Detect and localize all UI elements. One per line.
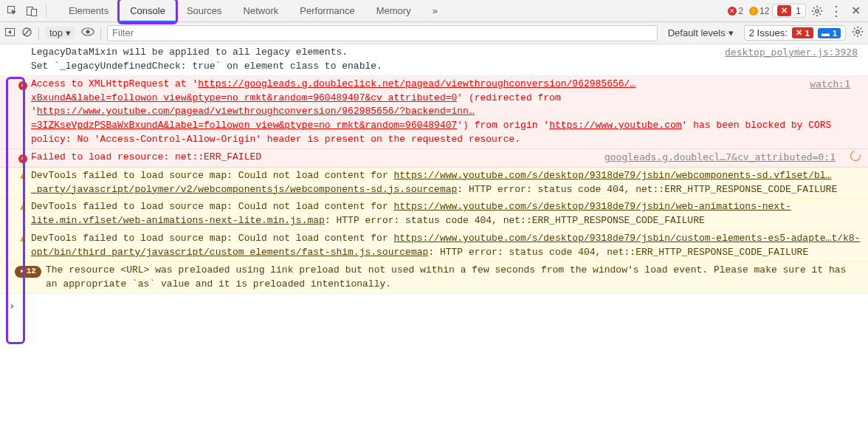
issues-label: 2 Issues: — [749, 27, 788, 38]
count-value: 2 — [738, 6, 743, 16]
context-value: top — [49, 27, 63, 38]
message-body: DevTools failed to load source map: Coul… — [31, 200, 868, 228]
svg-line-11 — [820, 7, 822, 9]
console-message-error: ✕ watch:1 Access to XMLHttpRequest at 'h… — [0, 76, 868, 149]
message-text: Access to XMLHttpRequest at ' — [31, 78, 198, 89]
filter-input[interactable] — [107, 25, 658, 41]
svg-line-24 — [854, 35, 855, 36]
message-body: LegacyDataMixin will be applied to all l… — [31, 46, 725, 74]
live-expression-icon[interactable] — [81, 27, 94, 38]
message-icon — [15, 46, 31, 74]
tab-label: Network — [244, 5, 279, 16]
console-prompt[interactable]: › — [0, 294, 868, 318]
hidden-errors-box[interactable]: ✕ 1 — [772, 4, 806, 18]
message-body: DevTools failed to load source map: Coul… — [31, 232, 868, 260]
warning-icon: ▲ — [15, 200, 31, 228]
source-link[interactable]: desktop_polymer.js:3928 — [725, 46, 868, 74]
svg-point-3 — [816, 9, 819, 12]
more-options-icon[interactable]: ⋮ — [828, 3, 844, 19]
console-settings-icon[interactable] — [852, 26, 864, 40]
svg-line-23 — [861, 35, 862, 36]
context-selector[interactable]: top ▾ — [45, 27, 75, 39]
tab-label: Performance — [300, 5, 354, 16]
issue-error-pill: ✕ 1 — [792, 27, 813, 38]
source-link[interactable]: googleads.g.doublecl…7&cv_attributed=0:1 — [604, 151, 846, 165]
message-text: ') from origin ' — [457, 120, 549, 131]
error-icon: ✕ — [15, 151, 31, 165]
clear-console-icon[interactable] — [21, 27, 32, 40]
count-value: 1 — [833, 29, 837, 38]
message-text: : HTTP error: status code 404, net::ERR_… — [325, 215, 705, 226]
message-text: DevTools failed to load source map: Coul… — [31, 201, 393, 212]
svg-line-25 — [861, 28, 862, 30]
warning-icon: ▲ — [15, 232, 31, 260]
message-text: Set `_legacyUndefinedCheck: true` on ele… — [31, 61, 382, 72]
error-icon: ✕ — [15, 78, 31, 147]
console-message-warning: ▲ DevTools failed to load source map: Co… — [0, 230, 868, 262]
url-link[interactable]: https://www.youtube.com — [549, 120, 681, 131]
count-value: 12 — [760, 6, 769, 16]
message-body: watch:1 Access to XMLHttpRequest at 'htt… — [31, 78, 868, 147]
message-body: Failed to load resource: net::ERR_FAILED — [31, 151, 604, 165]
tab-label: Memory — [376, 5, 411, 16]
message-body: The resource <URL> was preloaded using l… — [31, 264, 868, 292]
issues-button[interactable]: 2 Issues: ✕ 1 ▬ 1 — [744, 25, 846, 41]
close-icon[interactable]: ✕ — [847, 3, 864, 19]
message-text: : HTTP error: status code 404, net::ERR_… — [428, 247, 808, 258]
count-value: 1 — [805, 29, 810, 38]
url-link[interactable]: https://www.youtube.com/pagead/viewthrou… — [31, 106, 475, 131]
error-count: ✕2 — [728, 6, 743, 16]
devtools-tabbar: Elements Console Sources Network Perform… — [0, 0, 868, 22]
source-link[interactable]: watch:1 — [810, 78, 861, 89]
console-output: LegacyDataMixin will be applied to all l… — [0, 44, 868, 318]
divider — [38, 27, 39, 40]
message-text: Failed to load resource: net::ERR_FAILED — [31, 151, 261, 162]
message-text: : HTTP error: status code 404, net::ERR_… — [457, 184, 837, 195]
console-message-warning: ▲ DevTools failed to load source map: Co… — [0, 168, 868, 199]
more-icon: » — [433, 5, 438, 16]
gear-icon[interactable] — [809, 3, 825, 19]
tab-list: Elements Console Sources Network Perform… — [58, 0, 448, 22]
inspect-icon[interactable] — [4, 3, 21, 19]
message-text: DevTools failed to load source map: Coul… — [31, 233, 393, 244]
tab-label: Console — [130, 5, 165, 16]
tab-network[interactable]: Network — [233, 0, 289, 22]
error-pill-icon: ✕ — [777, 5, 791, 16]
chevron-down-icon: ▾ — [66, 27, 71, 38]
tab-label: Sources — [187, 5, 222, 16]
issue-counts[interactable]: ✕2 !12 — [728, 6, 769, 16]
tab-performance[interactable]: Performance — [289, 0, 365, 22]
tab-label: Elements — [69, 5, 108, 16]
log-level-selector[interactable]: Default levels ▾ — [664, 27, 738, 39]
tab-console[interactable]: Console — [120, 0, 176, 22]
message-count: ▸12 — [15, 264, 31, 292]
tab-elements[interactable]: Elements — [58, 0, 119, 22]
message-text: LegacyDataMixin will be applied to all l… — [31, 47, 348, 58]
message-body: DevTools failed to load source map: Coul… — [31, 169, 868, 197]
tab-more[interactable]: » — [422, 0, 448, 22]
svg-line-14 — [24, 29, 30, 35]
warning-count: !12 — [749, 6, 769, 16]
console-message-error: ✕ Failed to load resource: net::ERR_FAIL… — [0, 149, 868, 168]
svg-line-22 — [854, 28, 855, 30]
message-text: DevTools failed to load source map: Coul… — [31, 170, 393, 181]
device-toolbar-icon[interactable] — [24, 3, 40, 19]
levels-value: Default levels — [668, 27, 726, 38]
warning-icon: ▲ — [15, 169, 31, 197]
svg-point-17 — [856, 30, 859, 33]
divider — [46, 4, 46, 18]
svg-line-8 — [813, 7, 815, 9]
tab-sources[interactable]: Sources — [176, 0, 232, 22]
sidebar-toggle-icon[interactable] — [4, 27, 16, 40]
issue-info-pill: ▬ 1 — [818, 28, 841, 38]
message-text: The resource <URL> was preloaded using l… — [46, 264, 846, 290]
svg-line-10 — [813, 13, 815, 15]
svg-point-16 — [86, 30, 90, 34]
svg-rect-2 — [32, 9, 37, 16]
console-toolbar: top ▾ Default levels ▾ 2 Issues: ✕ 1 ▬ 1 — [0, 22, 868, 44]
tab-memory[interactable]: Memory — [366, 0, 421, 22]
console-message-warning: ▸12 The resource <URL> was preloaded usi… — [0, 262, 868, 294]
console-message-warning: ▲ DevTools failed to load source map: Co… — [0, 199, 868, 230]
hidden-error-count: 1 — [796, 6, 801, 16]
console-message-log: LegacyDataMixin will be applied to all l… — [0, 44, 868, 76]
